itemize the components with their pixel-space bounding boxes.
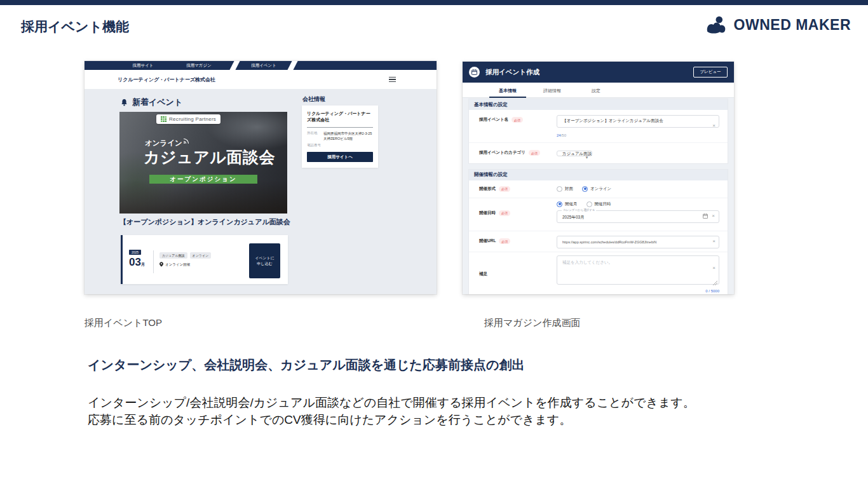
datetime-row: 開催日時 必須 開催月 開催日時 [469, 198, 728, 231]
tab-settings[interactable]: 設定 [585, 83, 607, 98]
brand-name: OWNED MAKER [734, 17, 851, 34]
calendar-icon [471, 69, 477, 75]
nav-tab-site[interactable]: 採用サイト [128, 61, 158, 70]
month-picker[interactable]: カレンダーから選択する 2025年03月 × [557, 210, 719, 223]
company-name: リクルーティング・パートナーズ株式会社 [307, 111, 373, 123]
hero-badge-label: Recruiting Partners [169, 116, 216, 122]
session-info-panel: 開催情報の設定 開催形式 必須 対面 [469, 170, 728, 295]
grid-logo-icon [161, 116, 166, 122]
clear-icon[interactable]: × [712, 123, 715, 128]
top-accent-bar [0, 0, 868, 5]
event-name-input[interactable] [557, 115, 719, 128]
chevron-down-icon: ▾ [586, 151, 588, 164]
summary-line1: インターンシップ/会社説明会/カジュアル面談などの自社で開催する採用イベントを作… [88, 394, 695, 411]
session-section-heading: 開催情報の設定 [469, 170, 728, 180]
hamburger-menu-icon[interactable] [389, 77, 396, 83]
nav-tab-magazine[interactable]: 採用マガジン [184, 61, 214, 70]
nav-tab-event-label: 採用イベント [251, 63, 276, 67]
create-app-header: 採用イベント作成 プレビュー [463, 62, 734, 83]
address-label: 所在地 [307, 131, 321, 141]
format-row: 開催形式 必須 対面 オンライン [469, 180, 728, 198]
event-name-control: × 24/50 [557, 113, 719, 139]
company-info-card: リクルーティング・パートナーズ株式会社 所在地 福岡県福岡市中央区天神2-3-2… [302, 105, 378, 168]
note-textarea[interactable] [557, 255, 719, 285]
event-tags: カジュアル面談 オンライン [159, 252, 211, 259]
note-control: × 0 / 5000 [557, 255, 719, 293]
tab-detail-info[interactable]: 詳細情報 [534, 83, 571, 98]
radio-icon [557, 186, 562, 192]
event-top-content: 新着イベント Recruiting Partners オンライン カジュアル面談… [85, 89, 437, 294]
event-location: オンライン開催 [159, 262, 190, 267]
radio-month[interactable]: 開催月 [557, 201, 578, 207]
new-events-label: 新着イベント [132, 97, 182, 108]
clear-icon[interactable]: × [712, 214, 715, 219]
note-row: 補足 × 0 / 5000 [469, 252, 728, 295]
required-badge: 必須 [499, 186, 510, 192]
radio-offline[interactable]: 対面 [557, 186, 573, 192]
summary-body: インターンシップ/会社説明会/カジュアル面談などの自社で開催する採用イベントを作… [88, 394, 695, 428]
hero-title: カジュアル面談会 [144, 147, 275, 168]
event-hero-image[interactable]: Recruiting Partners オンライン カジュアル面談会 オープンポ… [119, 112, 287, 214]
event-month-number: 03 [129, 256, 141, 268]
event-card[interactable]: 2025 03月 カジュアル面談 オンライン オンライン開催 [121, 235, 288, 284]
resize-handle-icon[interactable] [713, 281, 717, 285]
format-control: 対面 オンライン [557, 186, 719, 192]
required-badge: 必須 [499, 238, 510, 244]
address-value: 福岡県福岡市中央区天神2-3-25天神ZEROビル5階 [323, 131, 373, 141]
url-input[interactable] [557, 236, 719, 248]
phone-label: 電話番号 [307, 143, 321, 147]
tab-basic-info[interactable]: 基本情報 [489, 83, 526, 98]
radio-month-label: 開催月 [565, 201, 578, 207]
event-tag: カジュアル面談 [159, 252, 187, 259]
category-select[interactable]: カジュアル面談 ▾ [557, 151, 592, 156]
char-count: 24 [557, 133, 561, 137]
radio-icon [587, 201, 592, 207]
tab-wedge-right [287, 61, 297, 70]
nav-tab-event[interactable]: 採用イベント [235, 61, 292, 70]
radio-offline-label: 対面 [565, 186, 573, 192]
datetime-label: 開催日時 [479, 210, 496, 216]
clear-icon[interactable]: × [712, 266, 715, 271]
hero-banner: オープンポジション [149, 175, 257, 184]
note-label-wrap: 補足 [479, 271, 557, 277]
radio-datetime[interactable]: 開催日時 [587, 201, 611, 207]
url-label-wrap: 開催URL 必須 [479, 238, 557, 244]
event-category-label-wrap: 採用イベントのカテゴリ 必須 [479, 150, 557, 156]
event-name-label: 採用イベント名 [479, 117, 508, 123]
datetime-control: 開催月 開催日時 カレンダーから選択する 2025年03月 [557, 201, 719, 223]
event-site-navbar: 採用サイト 採用マガジン 採用イベント [85, 61, 437, 70]
create-form-body: 基本情報の設定 採用イベント名 必須 × 24/50 採用イベントのカテゴリ [463, 98, 734, 294]
slide: 採用イベント機能 OWNED MAKER 採用サイト 採用マガジン 採用イベント… [0, 0, 868, 488]
company-address-row: 所在地 福岡県福岡市中央区天神2-3-25天神ZEROビル5階 [307, 131, 373, 141]
caption-right: 採用マガジン作成画面 [484, 317, 580, 329]
apply-button-line2: 申し込む [257, 261, 272, 267]
summary-line2: 応募に至る前のタッチポイントでのCV獲得に向けたアクションを行うことができます。 [88, 411, 695, 428]
summary-heading: インターンシップ、会社説明会、カジュアル面談を通じた応募前接点の創出 [88, 356, 525, 374]
event-year-badge: 2025 [129, 250, 141, 255]
required-badge: 必須 [529, 150, 540, 156]
apply-button-line1: イベントに [255, 255, 275, 261]
owned-maker-logo-icon [705, 15, 727, 34]
broadcast-icon [184, 137, 190, 144]
create-app-title: 採用イベント作成 [485, 68, 539, 77]
radio-online[interactable]: オンライン [582, 186, 611, 192]
event-name-label-wrap: 採用イベント名 必須 [479, 113, 557, 123]
event-title: 【オープンポジション】オンラインカジュアル面談会 [119, 217, 290, 227]
clear-icon[interactable]: × [712, 239, 715, 244]
page-title: 採用イベント機能 [21, 18, 129, 36]
apply-button[interactable]: イベントに 申し込む [249, 243, 280, 278]
company-phone-row: 電話番号 [307, 143, 373, 147]
event-category-row: 採用イベントのカテゴリ 必須 カジュアル面談 ▾ [469, 142, 728, 163]
new-events-heading: 新着イベント [121, 97, 182, 108]
caption-left: 採用イベントTOP [85, 317, 162, 329]
recruit-site-button[interactable]: 採用サイトへ [307, 152, 373, 162]
note-counter: 0 / 5000 [557, 289, 719, 293]
radio-checked-icon [582, 186, 588, 192]
create-tabs: 基本情報 詳細情報 設定 [463, 83, 734, 98]
hero-logo-badge: Recruiting Partners [156, 114, 220, 124]
event-name-row: 採用イベント名 必須 × 24/50 [469, 110, 728, 142]
radio-datetime-label: 開催日時 [595, 201, 611, 207]
calendar-icon[interactable] [703, 214, 708, 219]
event-category-label: 採用イベントのカテゴリ [479, 150, 526, 156]
preview-button[interactable]: プレビュー [693, 67, 728, 78]
